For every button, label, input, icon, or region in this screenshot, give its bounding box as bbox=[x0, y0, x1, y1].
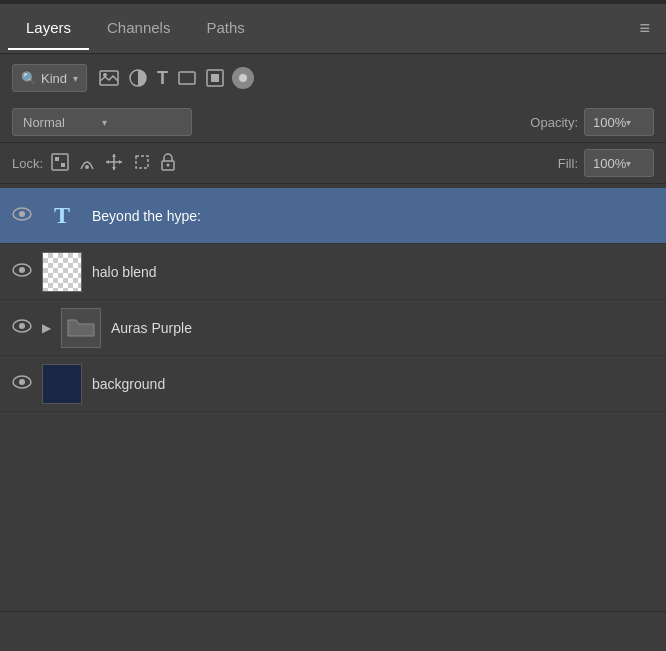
svg-rect-5 bbox=[211, 74, 219, 82]
lock-artboard-icon[interactable] bbox=[133, 153, 151, 174]
svg-point-6 bbox=[239, 74, 247, 82]
bottom-bar bbox=[0, 611, 666, 651]
layer-item[interactable]: halo blend bbox=[0, 244, 666, 300]
fill-value: 100% bbox=[593, 156, 626, 171]
layer-thumbnail bbox=[61, 308, 101, 348]
svg-marker-16 bbox=[112, 167, 116, 170]
svg-point-21 bbox=[167, 163, 170, 166]
fill-chevron-icon: ▾ bbox=[626, 158, 645, 169]
opacity-label: Opacity: bbox=[530, 115, 578, 130]
svg-rect-19 bbox=[136, 156, 148, 168]
type-filter-icon[interactable]: T bbox=[157, 68, 168, 89]
fill-label: Fill: bbox=[558, 156, 578, 171]
lock-label: Lock: bbox=[12, 156, 43, 171]
lock-icons bbox=[51, 153, 175, 174]
fill-group: Fill: 100% ▾ bbox=[558, 149, 654, 177]
svg-rect-10 bbox=[55, 163, 59, 167]
svg-rect-9 bbox=[61, 163, 65, 167]
tab-channels[interactable]: Channels bbox=[89, 7, 188, 50]
lock-all-icon[interactable] bbox=[161, 153, 175, 174]
kind-chevron-icon: ▾ bbox=[73, 73, 78, 84]
lock-row: Lock: bbox=[0, 143, 666, 184]
lock-pixels-icon[interactable] bbox=[51, 153, 69, 174]
layer-item[interactable]: background bbox=[0, 356, 666, 412]
text-layer-icon: T bbox=[54, 202, 70, 229]
tab-paths[interactable]: Paths bbox=[188, 7, 262, 50]
blend-row: Normal ▾ Opacity: 100% ▾ bbox=[0, 102, 666, 143]
svg-rect-7 bbox=[52, 154, 68, 170]
svg-marker-15 bbox=[112, 154, 116, 157]
adjustment-filter-icon[interactable] bbox=[129, 69, 147, 87]
svg-point-1 bbox=[103, 73, 107, 77]
layer-item[interactable]: T Beyond the hype: bbox=[0, 188, 666, 244]
layers-list: T Beyond the hype: halo blend ▶ Auras Pu… bbox=[0, 184, 666, 611]
expand-icon[interactable]: ▶ bbox=[42, 321, 51, 335]
search-icon: 🔍 bbox=[21, 71, 37, 86]
blend-mode-label: Normal bbox=[23, 115, 102, 130]
shape-filter-icon[interactable] bbox=[178, 69, 196, 87]
svg-point-23 bbox=[19, 211, 25, 217]
lock-move-icon[interactable] bbox=[105, 153, 123, 174]
smart-filter-icon[interactable] bbox=[206, 69, 224, 87]
svg-point-25 bbox=[19, 267, 25, 273]
blend-chevron-icon: ▾ bbox=[102, 117, 181, 128]
visibility-icon[interactable] bbox=[12, 261, 32, 282]
opacity-value: 100% bbox=[593, 115, 626, 130]
opacity-chevron-icon: ▾ bbox=[626, 117, 645, 128]
opacity-group: Opacity: 100% ▾ bbox=[530, 108, 654, 136]
layer-name: halo blend bbox=[92, 264, 654, 280]
visibility-icon[interactable] bbox=[12, 317, 32, 338]
opacity-input[interactable]: 100% ▾ bbox=[584, 108, 654, 136]
lock-paint-icon[interactable] bbox=[79, 153, 95, 174]
panel-menu-icon[interactable]: ≡ bbox=[631, 14, 658, 43]
layer-thumbnail bbox=[42, 364, 82, 404]
layer-name: background bbox=[92, 376, 654, 392]
kind-label: Kind bbox=[41, 71, 67, 86]
visibility-icon[interactable] bbox=[12, 205, 32, 226]
svg-rect-3 bbox=[179, 72, 195, 84]
filter-row: 🔍 Kind ▾ T bbox=[0, 54, 666, 102]
svg-point-29 bbox=[19, 379, 25, 385]
layer-name: Beyond the hype: bbox=[92, 208, 654, 224]
kind-filter-dropdown[interactable]: 🔍 Kind ▾ bbox=[12, 64, 87, 92]
filter-toggle[interactable] bbox=[232, 67, 254, 89]
layer-thumbnail: T bbox=[42, 196, 82, 236]
layer-item[interactable]: ▶ Auras Purple bbox=[0, 300, 666, 356]
svg-rect-8 bbox=[55, 157, 59, 161]
visibility-icon[interactable] bbox=[12, 373, 32, 394]
layers-panel: Layers Channels Paths ≡ 🔍 Kind ▾ T bbox=[0, 0, 666, 651]
fill-input[interactable]: 100% ▾ bbox=[584, 149, 654, 177]
layer-name: Auras Purple bbox=[111, 320, 654, 336]
svg-point-12 bbox=[85, 165, 89, 169]
blend-mode-dropdown[interactable]: Normal ▾ bbox=[12, 108, 192, 136]
svg-point-27 bbox=[19, 323, 25, 329]
tab-bar: Layers Channels Paths ≡ bbox=[0, 4, 666, 54]
filter-icons: T bbox=[99, 68, 224, 89]
svg-rect-11 bbox=[61, 157, 65, 161]
svg-marker-17 bbox=[106, 160, 109, 164]
tab-layers[interactable]: Layers bbox=[8, 7, 89, 50]
svg-marker-18 bbox=[119, 160, 122, 164]
image-filter-icon[interactable] bbox=[99, 70, 119, 86]
layer-thumbnail bbox=[42, 252, 82, 292]
